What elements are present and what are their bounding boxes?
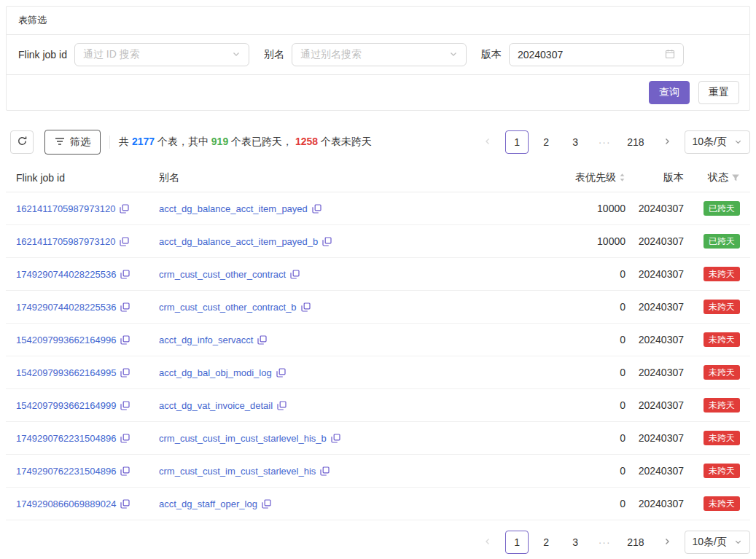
page-size-select[interactable]: 10条/页	[685, 130, 750, 154]
query-button[interactable]: 查询	[649, 81, 690, 104]
alias-select[interactable]: 通过别名搜索	[292, 43, 467, 66]
version-date-input[interactable]: 20240307	[509, 43, 684, 66]
version-value: 20240307	[626, 334, 684, 345]
copy-icon[interactable]	[120, 335, 130, 345]
flink-job-id-select[interactable]: 通过 ID 搜索	[74, 43, 249, 66]
priority-value: 0	[483, 465, 626, 477]
pagination-page[interactable]: 218	[622, 130, 649, 154]
flink-job-id-link[interactable]: 1749290744028225536	[16, 302, 116, 313]
page-size-select[interactable]: 10条/页	[685, 531, 750, 554]
page-size-value: 10条/页	[693, 536, 727, 549]
alias-link[interactable]: crm_cust_cust_other_contract_b	[159, 302, 297, 313]
flink-job-id-link[interactable]: 1542097993662164995	[16, 367, 116, 378]
alias-link[interactable]: acct_dg_info_servacct	[159, 335, 253, 345]
table-row: 1621411705987973120 acct_dg_balance_acct…	[6, 192, 750, 225]
status-badge: 未跨天	[704, 332, 740, 347]
pagination-page[interactable]: 3	[564, 130, 587, 154]
header-status-label: 状态	[708, 171, 728, 184]
pagination-page[interactable]: 3	[564, 531, 587, 554]
alias-link[interactable]: acct_dg_balance_acct_item_payed	[159, 203, 308, 214]
version-value: 20240307	[626, 432, 684, 444]
priority-value: 0	[483, 367, 626, 378]
header-priority[interactable]: 表优先级	[483, 171, 626, 184]
copy-icon[interactable]	[120, 302, 130, 312]
pagination-next-button[interactable]	[655, 130, 679, 154]
alias-link[interactable]: crm_cust_cust_im_cust_starlevel_his_b	[159, 433, 327, 444]
copy-icon[interactable]	[312, 204, 322, 214]
version-label: 版本	[481, 48, 502, 61]
footer-bar: 1 2 3 ··· 218 10条/页	[6, 531, 750, 554]
table-row: 1621411705987973120 acct_dg_balance_acct…	[6, 225, 750, 258]
chevron-right-icon	[663, 536, 671, 548]
table-row: 1749290744028225536 crm_cust_cust_other_…	[6, 258, 750, 291]
copy-icon[interactable]	[120, 434, 130, 443]
flink-job-id-link[interactable]: 1542097993662164999	[16, 400, 116, 411]
flink-job-id-link[interactable]: 1542097993662164996	[16, 335, 116, 345]
alias-link[interactable]: crm_cust_cust_other_contract	[159, 269, 286, 280]
copy-icon[interactable]	[120, 237, 129, 246]
page-size-value: 10条/页	[693, 136, 727, 149]
alias-link[interactable]: acct_dg_staff_oper_log	[159, 499, 257, 509]
reset-button[interactable]: 重置	[698, 81, 739, 104]
pagination-page[interactable]: 2	[534, 531, 558, 554]
copy-icon[interactable]	[120, 368, 130, 378]
priority-value: 10000	[483, 203, 626, 214]
copy-icon[interactable]	[320, 466, 330, 476]
flink-job-id-link[interactable]: 1749290762231504896	[16, 433, 116, 444]
flink-job-id-link[interactable]: 1749290762231504896	[16, 466, 116, 477]
copy-icon[interactable]	[262, 499, 271, 509]
table-header-row: Flink job id 别名 表优先级 版本 状态	[6, 163, 750, 192]
filter-panel: 表筛选 Flink job id 通过 ID 搜索 别名 通过别名搜索	[6, 6, 750, 111]
priority-value: 0	[483, 334, 626, 345]
pagination-page[interactable]: 2	[534, 130, 558, 154]
flink-job-id-link[interactable]: 1749290744028225536	[16, 269, 116, 280]
copy-icon[interactable]	[120, 466, 130, 476]
flink-job-id-link[interactable]: 1621411705987973120	[16, 236, 115, 247]
copy-icon[interactable]	[277, 401, 287, 410]
pagination-page[interactable]: 1	[505, 130, 529, 154]
version-value: 20240307	[626, 399, 684, 411]
copy-icon[interactable]	[120, 401, 130, 410]
pagination-next-button[interactable]	[655, 531, 679, 554]
copy-icon[interactable]	[331, 434, 340, 443]
chevron-right-icon	[663, 136, 671, 148]
filter-icon[interactable]	[731, 173, 740, 182]
copy-icon[interactable]	[257, 335, 267, 345]
filter-row: Flink job id 通过 ID 搜索 别名 通过别名搜索	[7, 35, 749, 75]
alias-link[interactable]: acct_dg_bal_obj_modi_log	[159, 367, 272, 378]
flink-job-id-link[interactable]: 1749290866069889024	[16, 499, 116, 509]
chevron-down-icon	[449, 49, 458, 60]
version-value: 20240307	[626, 268, 684, 280]
pagination-prev-button[interactable]	[476, 531, 499, 554]
copy-icon[interactable]	[276, 368, 286, 378]
filter-panel-title: 表筛选	[7, 7, 749, 35]
filter-toggle-button[interactable]: 筛选	[44, 130, 101, 155]
table-row: 1749290762231504896 crm_cust_cust_im_cus…	[6, 455, 750, 488]
version-value: 20240307	[626, 498, 684, 509]
copy-icon[interactable]	[322, 237, 332, 246]
table-row: 1749290744028225536 crm_cust_cust_other_…	[6, 291, 750, 324]
priority-value: 0	[483, 268, 626, 280]
status-badge: 已跨天	[704, 201, 740, 216]
chevron-down-icon	[734, 536, 742, 548]
flink-job-id-link[interactable]: 1621411705987973120	[16, 203, 115, 214]
pagination-page[interactable]: ···	[593, 130, 616, 154]
copy-icon[interactable]	[120, 204, 129, 214]
summary-text: 个表未跨天	[318, 136, 372, 147]
copy-icon[interactable]	[120, 499, 130, 509]
version-value: 20240307	[626, 301, 684, 313]
pagination-page[interactable]: 218	[622, 531, 649, 554]
copy-icon[interactable]	[301, 302, 311, 312]
alias-link[interactable]: acct_dg_vat_invoice_detail	[159, 400, 273, 411]
copy-icon[interactable]	[120, 270, 130, 279]
pagination-page[interactable]: ···	[593, 531, 616, 554]
header-alias: 别名	[149, 171, 483, 184]
chevron-left-icon	[483, 136, 492, 148]
alias-link[interactable]: crm_cust_cust_im_cust_starlevel_his	[159, 466, 316, 477]
copy-icon[interactable]	[290, 270, 300, 279]
pagination-prev-button[interactable]	[476, 130, 499, 154]
alias-link[interactable]: acct_dg_balance_acct_item_payed_b	[159, 236, 318, 247]
pagination-page[interactable]: 1	[505, 531, 529, 554]
refresh-button[interactable]	[10, 130, 34, 154]
sort-icon[interactable]	[619, 173, 626, 182]
